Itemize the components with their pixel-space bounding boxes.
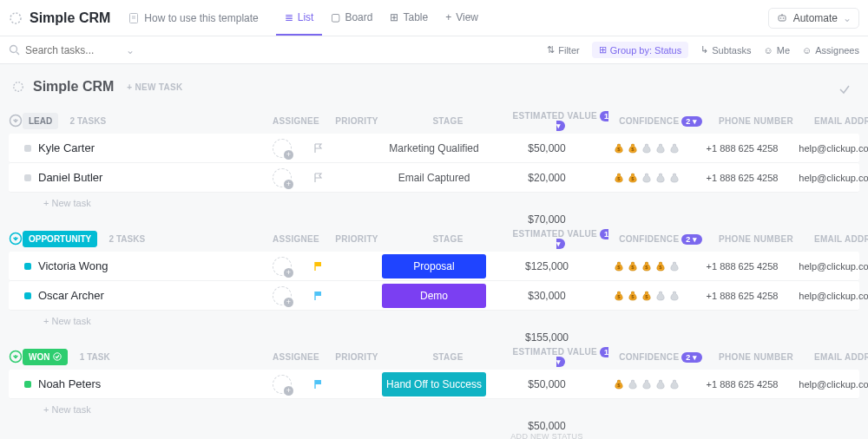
- est-value[interactable]: $50,000: [495, 378, 599, 390]
- status-pill-won[interactable]: WON: [23, 349, 68, 365]
- view-tab-list[interactable]: ≣List: [276, 1, 323, 36]
- task-row[interactable]: Kyle Carter Marketing Qualified $50,000 …: [9, 134, 859, 163]
- check-icon[interactable]: [838, 78, 859, 95]
- view-tab-board[interactable]: ▢Board: [322, 1, 381, 36]
- task-name[interactable]: Victoria Wong: [38, 259, 108, 272]
- email-address[interactable]: help@clickup.com: [790, 173, 868, 183]
- col-stage[interactable]: STAGE: [387, 352, 509, 362]
- est-value[interactable]: $20,000: [495, 172, 599, 184]
- subtasks-button[interactable]: ↳ Subtasks: [700, 44, 751, 56]
- task-name[interactable]: Noah Peters: [38, 377, 101, 390]
- confidence-rating[interactable]: $$$: [599, 290, 694, 302]
- status-square[interactable]: [24, 292, 31, 299]
- template-link[interactable]: How to use this template: [128, 12, 258, 24]
- assignee-avatar[interactable]: [273, 139, 292, 158]
- col-stage[interactable]: STAGE: [387, 234, 509, 244]
- col-est-value[interactable]: ESTIMATED VALUE1 ▾: [509, 229, 613, 248]
- col-priority[interactable]: PRIORITY: [326, 234, 387, 244]
- confidence-rating[interactable]: $$: [599, 142, 694, 154]
- col-email[interactable]: EMAIL ADDRESS: [804, 116, 868, 126]
- confidence-rating[interactable]: $$$$: [599, 260, 694, 272]
- task-row[interactable]: Noah Peters Hand Off to Success $50,000 …: [9, 370, 859, 399]
- est-value[interactable]: $125,000: [495, 260, 599, 272]
- stage-text[interactable]: Email Captured: [398, 172, 470, 184]
- stage-chip[interactable]: Proposal: [382, 254, 486, 278]
- svg-line-9: [16, 52, 19, 55]
- task-row[interactable]: Victoria Wong Proposal $125,000 $$$$ +1 …: [9, 252, 859, 281]
- view-tab-table[interactable]: ⊞Table: [381, 1, 437, 36]
- collapse-toggle[interactable]: [9, 114, 23, 128]
- assignee-avatar[interactable]: [273, 375, 292, 394]
- me-button[interactable]: ☺ Me: [763, 45, 790, 56]
- est-value[interactable]: $50,000: [495, 142, 599, 154]
- col-confidence[interactable]: CONFIDENCE2 ▾: [613, 352, 708, 362]
- stage-chip[interactable]: Demo: [382, 284, 486, 308]
- status-pill-opportunity[interactable]: OPPORTUNITY: [23, 231, 97, 247]
- automate-label: Automate: [793, 12, 838, 24]
- groupby-button[interactable]: ⊞ Group by: Status: [592, 42, 689, 58]
- new-task-button[interactable]: + NEW TASK: [122, 80, 187, 95]
- email-address[interactable]: help@clickup.com: [790, 261, 868, 272]
- confidence-rating[interactable]: $$: [599, 172, 694, 184]
- status-pill-lead[interactable]: LEAD: [23, 113, 58, 129]
- col-confidence[interactable]: CONFIDENCE2 ▾: [613, 234, 708, 244]
- stage-text[interactable]: Marketing Qualified: [389, 142, 478, 154]
- priority-flag[interactable]: [312, 260, 373, 272]
- automate-button[interactable]: Automate ⌄: [768, 8, 859, 29]
- col-assignee[interactable]: ASSIGNEE: [266, 116, 326, 126]
- new-task-row[interactable]: + New task: [9, 399, 859, 420]
- email-address[interactable]: help@clickup.com: [790, 379, 868, 390]
- filter-button[interactable]: ⇅ Filter: [547, 44, 579, 56]
- assignee-avatar[interactable]: [273, 168, 292, 187]
- phone-number[interactable]: +1 888 625 4258: [694, 261, 790, 272]
- task-row[interactable]: Daniel Butler Email Captured $20,000 $$ …: [9, 163, 859, 193]
- task-name[interactable]: Kyle Carter: [38, 141, 95, 154]
- est-value[interactable]: $30,000: [495, 290, 599, 302]
- svg-point-5: [779, 17, 781, 19]
- add-status-button[interactable]: ADD NEW STATUS: [495, 432, 599, 439]
- chevron-down-icon[interactable]: ⌄: [126, 44, 135, 56]
- phone-number[interactable]: +1 888 625 4258: [694, 173, 790, 183]
- col-est-value[interactable]: ESTIMATED VALUE1 ▾: [509, 111, 613, 130]
- new-task-row[interactable]: + New task: [9, 193, 859, 213]
- priority-flag[interactable]: [312, 142, 373, 154]
- status-square[interactable]: [24, 174, 31, 181]
- col-stage[interactable]: STAGE: [387, 116, 509, 126]
- col-assignee[interactable]: ASSIGNEE: [266, 234, 326, 244]
- priority-flag[interactable]: [312, 378, 373, 390]
- col-phone[interactable]: PHONE NUMBER: [708, 116, 804, 126]
- col-priority[interactable]: PRIORITY: [326, 352, 387, 362]
- search-input[interactable]: [25, 44, 121, 56]
- assignee-avatar[interactable]: [273, 257, 292, 276]
- col-email[interactable]: EMAIL ADDRESS: [804, 352, 868, 362]
- col-assignee[interactable]: ASSIGNEE: [266, 352, 326, 362]
- phone-number[interactable]: +1 888 625 4258: [694, 291, 790, 301]
- col-phone[interactable]: PHONE NUMBER: [708, 352, 804, 362]
- assignee-avatar[interactable]: [273, 286, 292, 305]
- priority-flag[interactable]: [312, 290, 373, 301]
- email-address[interactable]: help@clickup.com: [790, 143, 868, 154]
- col-confidence[interactable]: CONFIDENCE2 ▾: [613, 116, 708, 126]
- collapse-toggle[interactable]: [9, 350, 23, 364]
- task-row[interactable]: Oscar Archer Demo $30,000 $$$ +1 888 625…: [9, 281, 859, 311]
- task-name[interactable]: Oscar Archer: [38, 289, 104, 302]
- collapse-toggle[interactable]: [9, 232, 23, 246]
- status-square[interactable]: [24, 381, 31, 388]
- phone-number[interactable]: +1 888 625 4258: [694, 379, 790, 390]
- col-phone[interactable]: PHONE NUMBER: [708, 234, 804, 244]
- priority-flag[interactable]: [312, 172, 373, 183]
- status-square[interactable]: [24, 145, 31, 152]
- task-name[interactable]: Daniel Butler: [38, 171, 102, 184]
- confidence-rating[interactable]: $: [599, 378, 694, 390]
- phone-number[interactable]: +1 888 625 4258: [694, 143, 790, 154]
- svg-point-10: [14, 82, 23, 92]
- email-address[interactable]: help@clickup.com: [790, 291, 868, 301]
- status-square[interactable]: [24, 263, 31, 270]
- col-priority[interactable]: PRIORITY: [326, 116, 387, 126]
- new-task-row[interactable]: + New task: [9, 311, 859, 331]
- col-est-value[interactable]: ESTIMATED VALUE1 ▾: [509, 347, 613, 366]
- view-tab-addview[interactable]: +View: [437, 1, 487, 36]
- stage-chip[interactable]: Hand Off to Success: [382, 372, 486, 396]
- col-email[interactable]: EMAIL ADDRESS: [804, 234, 868, 244]
- assignees-button[interactable]: ☺ Assignees: [802, 45, 859, 56]
